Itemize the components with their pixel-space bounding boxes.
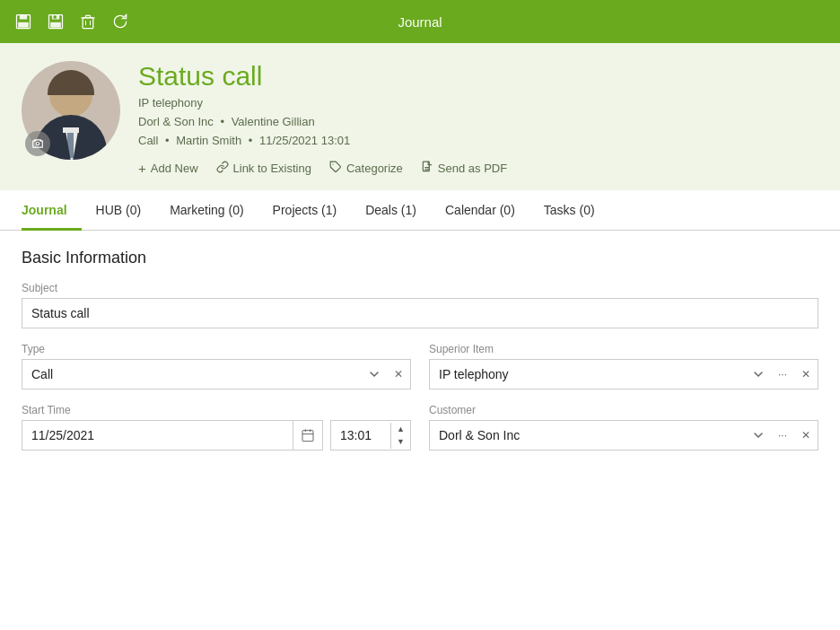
type-col: Type Call ✕: [22, 343, 411, 404]
superior-dropdown-btn[interactable]: [746, 362, 771, 387]
svg-rect-6: [54, 15, 57, 18]
tab-marketing[interactable]: Marketing (0): [155, 190, 258, 231]
main-content: Basic Information Subject Type Call ✕: [0, 231, 840, 483]
link-to-existing-button[interactable]: Link to Existing: [216, 161, 311, 176]
save-floppy-icon[interactable]: [47, 13, 65, 31]
tab-hub[interactable]: HUB (0): [82, 190, 156, 231]
customer-value: Dorl & Son Inc: [430, 421, 746, 450]
type-group: Type Call ✕: [22, 343, 411, 389]
categorize-button[interactable]: Categorize: [329, 161, 403, 176]
customer-label: Customer: [429, 404, 818, 416]
customer-clear-btn[interactable]: ✕: [794, 422, 818, 449]
avatar-container: [22, 61, 120, 160]
save-icon[interactable]: [14, 13, 32, 31]
tab-deals[interactable]: Deals (1): [351, 190, 431, 231]
customer-group: Customer Dorl & Son Inc ··· ✕: [429, 404, 818, 451]
toolbar-icons: [14, 13, 129, 31]
calendar-icon[interactable]: [293, 421, 322, 450]
add-new-button[interactable]: + Add New: [138, 161, 198, 176]
tag-icon: [329, 161, 342, 176]
tab-projects[interactable]: Projects (1): [258, 190, 352, 231]
hero-type-person-date: Call • Martin Smith • 11/25/2021 13:01: [138, 132, 818, 151]
superior-select[interactable]: IP telephony ··· ✕: [429, 359, 818, 389]
pdf-icon: [421, 161, 433, 176]
hero-company-contact: Dorl & Son Inc • Valentine Gillian: [138, 113, 818, 132]
hero-info: Status call IP telephony Dorl & Son Inc …: [138, 61, 818, 176]
date-wrapper[interactable]: 11/25/2021: [22, 420, 323, 451]
customer-select[interactable]: Dorl & Son Inc ··· ✕: [429, 420, 818, 451]
section-title: Basic Information: [22, 249, 818, 267]
hero-category: IP telephony: [138, 94, 818, 113]
refresh-icon[interactable]: [111, 13, 129, 31]
type-clear-btn[interactable]: ✕: [387, 361, 410, 388]
superior-value: IP telephony: [430, 360, 746, 389]
customer-more-btn[interactable]: ···: [771, 422, 794, 449]
type-value: Call: [22, 360, 362, 389]
superior-select-actions: ··· ✕: [746, 361, 818, 388]
time-spinner: ▲ ▼: [390, 423, 410, 450]
tabs-bar: Journal HUB (0) Marketing (0) Projects (…: [0, 190, 840, 231]
tab-journal[interactable]: Journal: [22, 190, 82, 231]
hero-section: Status call IP telephony Dorl & Son Inc …: [0, 43, 840, 190]
superior-clear-btn[interactable]: ✕: [794, 361, 818, 388]
customer-dropdown-btn[interactable]: [746, 423, 771, 448]
time-down-btn[interactable]: ▼: [391, 435, 410, 449]
customer-select-actions: ··· ✕: [746, 422, 818, 449]
starttime-customer-row: Start Time 11/25/2021: [22, 404, 818, 465]
superior-group: Superior Item IP telephony ··· ✕: [429, 343, 818, 389]
tab-calendar[interactable]: Calendar (0): [431, 190, 529, 231]
hero-title: Status call: [138, 61, 818, 91]
svg-rect-18: [302, 431, 313, 442]
type-label: Type: [22, 343, 411, 355]
delete-icon[interactable]: [79, 13, 97, 31]
toolbar-title: Journal: [398, 14, 442, 30]
type-superior-row: Type Call ✕ Superior Item IP telephony: [22, 343, 818, 404]
date-time-row: 11/25/2021 13:01: [22, 420, 411, 451]
subject-input[interactable]: [22, 298, 818, 328]
type-dropdown-btn[interactable]: [362, 362, 387, 387]
svg-rect-2: [18, 22, 29, 28]
toolbar: Journal: [0, 0, 840, 43]
superior-label: Superior Item: [429, 343, 818, 355]
date-value: 11/25/2021: [22, 421, 293, 450]
svg-rect-7: [83, 18, 93, 29]
time-value: 13:01: [331, 421, 390, 450]
camera-button[interactable]: [25, 131, 50, 156]
add-icon: +: [138, 161, 146, 176]
type-select[interactable]: Call ✕: [22, 359, 411, 389]
type-select-actions: ✕: [362, 361, 410, 388]
starttime-col: Start Time 11/25/2021: [22, 404, 411, 465]
starttime-group: Start Time 11/25/2021: [22, 404, 411, 451]
superior-more-btn[interactable]: ···: [771, 361, 794, 388]
starttime-label: Start Time: [22, 404, 411, 416]
svg-rect-1: [20, 15, 27, 20]
subject-label: Subject: [22, 282, 818, 294]
send-as-pdf-button[interactable]: Send as PDF: [421, 161, 507, 176]
hero-actions: + Add New Link to Existing: [138, 161, 818, 176]
link-icon: [216, 161, 229, 176]
svg-rect-5: [50, 22, 61, 28]
superior-col: Superior Item IP telephony ··· ✕: [429, 343, 818, 404]
time-wrapper[interactable]: 13:01 ▲ ▼: [330, 420, 411, 451]
subject-group: Subject: [22, 282, 818, 328]
customer-col: Customer Dorl & Son Inc ··· ✕: [429, 404, 818, 465]
tab-tasks[interactable]: Tasks (0): [529, 190, 609, 231]
time-up-btn[interactable]: ▲: [391, 423, 410, 436]
